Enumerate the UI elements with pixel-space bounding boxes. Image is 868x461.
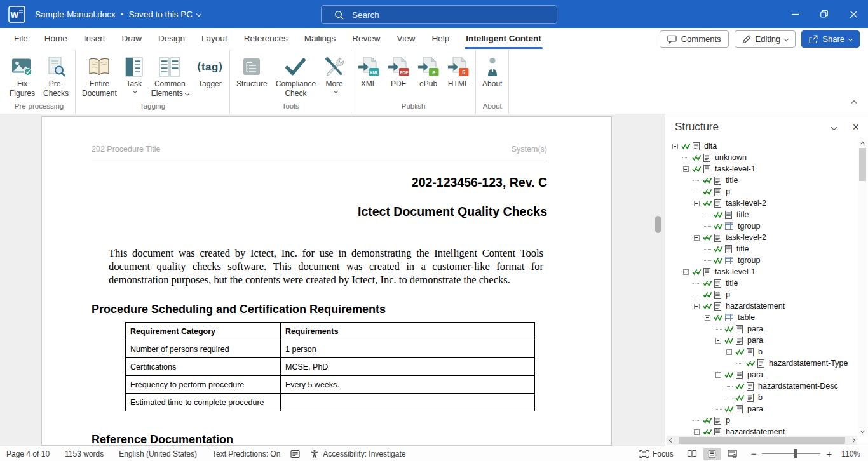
- intro-paragraph[interactable]: This document was created by Ictect, Inc…: [109, 247, 543, 286]
- document-number-title[interactable]: 202-123456-123, Rev. C: [42, 175, 547, 190]
- minus-box-icon[interactable]: [694, 429, 700, 435]
- zoom-out-button[interactable]: −: [751, 451, 757, 457]
- ribbon-button-fix-figures[interactable]: FixFigures: [6, 54, 39, 100]
- collapse-toggle[interactable]: [692, 304, 701, 309]
- panel-close-button[interactable]: ×: [852, 123, 859, 131]
- tab-design[interactable]: Design: [150, 28, 193, 50]
- tree-item-para[interactable]: para: [667, 335, 857, 346]
- vertical-scroll-thumb[interactable]: [859, 148, 866, 181]
- collapse-toggle[interactable]: [670, 144, 679, 149]
- collapse-toggle[interactable]: [692, 429, 701, 435]
- document-main-title[interactable]: Ictect Document Quality Checks: [42, 204, 547, 219]
- tree-item-hazardstatement[interactable]: hazardstatement: [667, 426, 857, 435]
- tree-item-table[interactable]: table: [667, 312, 857, 323]
- tab-help[interactable]: Help: [424, 28, 458, 50]
- proofing-status-icon[interactable]: [290, 450, 300, 458]
- zoom-percentage[interactable]: 110%: [841, 450, 860, 458]
- ribbon-button-structure[interactable]: Structure: [233, 54, 271, 90]
- table-header-cell[interactable]: Requirements: [281, 323, 535, 340]
- table-cell[interactable]: 1 person: [281, 340, 535, 358]
- tree-item-b[interactable]: b: [667, 392, 857, 403]
- scroll-right-arrow[interactable]: [848, 439, 857, 442]
- ribbon-button-task[interactable]: Task: [121, 54, 147, 97]
- tree-item-para[interactable]: para: [667, 403, 857, 415]
- scroll-down-arrow[interactable]: [861, 426, 864, 435]
- tab-draw[interactable]: Draw: [114, 28, 151, 50]
- horizontal-scroll-thumb[interactable]: [679, 437, 845, 444]
- tree-item-dita[interactable]: dita: [667, 140, 857, 152]
- tree-item-unknown[interactable]: unknown: [667, 152, 857, 163]
- tree-item-title[interactable]: title: [667, 277, 857, 289]
- document-scrollbar-thumb[interactable]: [655, 216, 661, 233]
- table-cell[interactable]: [281, 394, 535, 411]
- table-cell[interactable]: Every 5 weeks.: [281, 376, 535, 394]
- ribbon-button-epub[interactable]: eePub: [414, 54, 443, 90]
- word-app-icon[interactable]: W: [8, 6, 25, 23]
- tree-item-p[interactable]: p: [667, 415, 857, 426]
- tab-home[interactable]: Home: [36, 28, 76, 50]
- tree-item-hazardstatement-type[interactable]: hazardstatement-Type: [667, 357, 857, 369]
- page-header-left[interactable]: 202 Procedure Title: [92, 145, 160, 154]
- tree-item-b[interactable]: b: [667, 346, 857, 357]
- section-heading[interactable]: Procedure Scheduling and Certification R…: [92, 303, 611, 316]
- tab-layout[interactable]: Layout: [193, 28, 236, 50]
- collapse-toggle[interactable]: [714, 338, 722, 344]
- collapse-toggle[interactable]: [681, 269, 690, 275]
- minus-box-icon[interactable]: [715, 372, 721, 378]
- tab-view[interactable]: View: [388, 28, 423, 50]
- word-count[interactable]: 1153 words: [65, 450, 104, 458]
- minus-box-icon[interactable]: [694, 201, 700, 206]
- tree-item-tgroup[interactable]: tgroup: [667, 220, 857, 232]
- collapse-toggle[interactable]: [703, 315, 712, 321]
- document-page[interactable]: 202 Procedure Title System(s) 202-123456…: [41, 116, 612, 446]
- search-input[interactable]: Search: [321, 5, 557, 24]
- tree-item-task-level-2[interactable]: task-level-2: [667, 232, 857, 243]
- table-cell[interactable]: MCSE, PhD: [281, 358, 535, 376]
- read-mode-button[interactable]: [683, 448, 701, 460]
- accessibility-indicator[interactable]: Accessibility: Investigate: [310, 450, 405, 458]
- focus-mode-button[interactable]: Focus: [639, 450, 674, 458]
- print-layout-button[interactable]: [703, 448, 721, 460]
- ribbon-button-more[interactable]: More: [320, 54, 348, 97]
- tree-item-task-level-1[interactable]: task-level-1: [667, 163, 857, 175]
- ribbon-button-common-elements[interactable]: CommonElements: [147, 54, 193, 100]
- tree-item-p[interactable]: p: [667, 186, 857, 197]
- minus-box-icon[interactable]: [715, 338, 721, 344]
- table-cell[interactable]: Number of persons required: [126, 340, 281, 358]
- tree-item-tgroup[interactable]: tgroup: [667, 255, 857, 266]
- tree-item-hazardstatement-desc[interactable]: hazardstatement-Desc: [667, 380, 857, 392]
- ribbon-button-html[interactable]: 5HTML: [444, 54, 473, 90]
- tree-item-task-level-2[interactable]: task-level-2: [667, 197, 857, 209]
- tree-item-hazardstatement[interactable]: hazardstatement: [667, 300, 857, 312]
- tab-mailings[interactable]: Mailings: [296, 28, 344, 50]
- tab-insert[interactable]: Insert: [76, 28, 114, 50]
- page-indicator[interactable]: Page 4 of 10: [6, 450, 50, 458]
- tab-review[interactable]: Review: [344, 28, 388, 50]
- scroll-up-arrow[interactable]: [861, 139, 864, 148]
- tree-item-task-level-1[interactable]: task-level-1: [667, 266, 857, 277]
- tree-item-para[interactable]: para: [667, 369, 857, 380]
- collapse-toggle[interactable]: [681, 166, 690, 172]
- collapse-toggle[interactable]: [692, 235, 701, 241]
- minus-box-icon[interactable]: [694, 304, 700, 309]
- tree-item-p[interactable]: p: [667, 289, 857, 300]
- zoom-slider-thumb[interactable]: [794, 449, 797, 458]
- tab-file[interactable]: File: [6, 28, 36, 50]
- tab-references[interactable]: References: [236, 28, 296, 50]
- page-header-right[interactable]: System(s): [512, 145, 547, 154]
- minimize-button[interactable]: [780, 0, 810, 28]
- zoom-slider[interactable]: [762, 453, 820, 454]
- ribbon-button-entire-document[interactable]: EntireDocument: [78, 54, 121, 100]
- language-indicator[interactable]: English (United States): [119, 450, 197, 458]
- ribbon-button-pre-checks[interactable]: Pre-Checks: [39, 54, 72, 100]
- share-button[interactable]: Share: [801, 30, 860, 48]
- ribbon-button-pdf[interactable]: PDFPDF: [384, 54, 413, 90]
- minus-box-icon[interactable]: [705, 315, 710, 321]
- text-predictions-indicator[interactable]: Text Predictions: On: [212, 450, 280, 458]
- collapse-toggle[interactable]: [724, 349, 733, 355]
- editing-mode-button[interactable]: Editing: [735, 30, 796, 48]
- table-cell[interactable]: Estimated time to complete procedure: [126, 394, 281, 411]
- table-cell[interactable]: Certifications: [126, 358, 281, 376]
- tree-item-title[interactable]: title: [667, 243, 857, 255]
- save-status-button[interactable]: Saved to this PC: [128, 10, 201, 19]
